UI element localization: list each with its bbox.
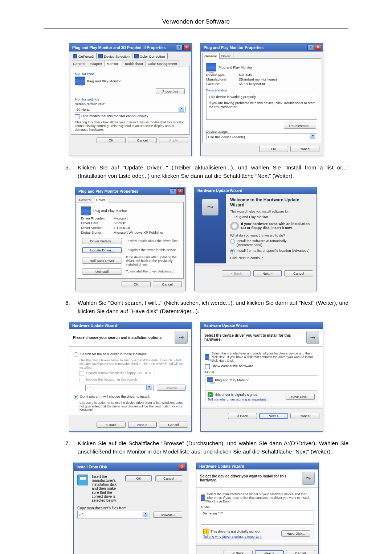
next-button[interactable]: Next > [128,422,157,428]
rollback-driver-button[interactable]: Roll Back Driver [82,258,122,264]
tab-general[interactable]: General [202,53,220,59]
model-list[interactable]: Plug and Play Monitor [205,375,318,388]
wizard-opt-list[interactable]: Install from a list or specific location… [230,249,312,254]
driver-version-label: Driver Version: [81,226,114,230]
next-button[interactable]: Next > [255,550,284,554]
chk-include-location: Include this location in the search: [79,377,187,382]
checkbox-icon [79,371,84,376]
driver-details-button[interactable]: Driver Details... [82,238,122,244]
monitor-icon [207,377,213,382]
tab-color-management[interactable]: Color Management [146,61,180,66]
refresh-rate-select[interactable]: 60 Hertz ▾ [75,106,186,112]
next-button[interactable]: Next > [253,270,282,276]
hide-modes-label: Hide modes that this monitor cannot disp… [81,114,148,118]
troubleshoot-button[interactable]: Troubleshoot... [284,123,316,129]
checkbox-icon [205,364,210,369]
select-device-note: Select the manufacturer and model of you… [211,352,318,362]
back-button[interactable]: < Back [224,550,253,554]
ok-button[interactable]: OK [125,475,152,481]
wizard-device-name: Plug and Play Monitor [234,215,312,219]
title-text: Hardware Update Wizard [72,323,190,328]
cancel-button[interactable]: Cancel [155,475,182,481]
ok-button[interactable]: OK [259,146,288,152]
help-icon[interactable]: ? [307,45,314,50]
select-device-header: Select the device driver you want to ins… [200,474,302,482]
tab-general[interactable]: General [77,197,94,202]
hide-modes-checkbox[interactable]: Hide modes that this monitor cannot disp… [75,114,186,119]
show-compatible-checkbox[interactable]: Show compatible hardware [205,364,318,369]
ok-button[interactable]: OK [97,137,126,143]
radio-icon [230,249,235,254]
tab-adapter[interactable]: Adapter [88,61,105,66]
opt-dont-search[interactable]: Don't search. I will choose the driver t… [74,394,187,399]
list-item[interactable]: Plug and Play Monitor [215,378,249,382]
tab-device-selection[interactable]: Device Selection [96,53,132,59]
have-disk-button[interactable]: Have Disk... [286,394,315,400]
ok-button[interactable]: OK [122,281,151,287]
browse-button[interactable]: Browse... [153,512,182,518]
step-text: Klicken Sie auf "Update Driver..." (Trei… [78,163,348,180]
close-icon[interactable]: X [179,464,185,470]
step-text: Wählen Sie "Don't search, I will..." (Ni… [78,299,348,316]
wizard-opt-auto[interactable]: Install the software automatically (Reco… [230,239,312,247]
back-button[interactable]: < Back [222,270,251,276]
tab-color-correction[interactable]: Color Correction [132,53,168,59]
properties-button[interactable]: Properties [156,88,185,94]
help-icon[interactable]: ? [170,188,176,194]
opt-search-locations[interactable]: Search for the best driver in these loca… [74,352,187,357]
update-driver-button[interactable]: Update Driver... [82,247,122,253]
figure-pair-3: Hardware Update Wizard Please choose you… [44,322,348,432]
back-button[interactable]: < Back [97,422,126,428]
not-signed-text: This driver is not digitally signed! [211,529,260,533]
tab-row-2: General Adapter Monitor Troubleshoot Col… [69,59,191,66]
wizard-cd-note: If your hardware came with an installati… [241,222,312,230]
uninstall-button[interactable]: Uninstall [82,268,122,275]
cancel-button[interactable]: Cancel [290,146,319,152]
next-button[interactable]: Next > [259,413,288,419]
tab-geforce3[interactable]: GeForce3 [71,53,97,59]
chevron-down-icon: ▾ [146,385,152,390]
tab-monitor[interactable]: Monitor [105,61,121,66]
tab-troubleshoot[interactable]: Troubleshoot [121,61,146,66]
why-signing-link[interactable]: Tell me why driver signing is important [203,534,262,538]
tab-driver[interactable]: Driver [94,197,108,202]
location-combo: A:\▾ [85,385,154,391]
cancel-button[interactable]: Cancel [286,550,315,554]
step-6: 6. Wählen Sie "Don't search, I will..." … [65,299,348,316]
back-button[interactable]: < Back [228,413,257,419]
tab-driver[interactable]: Driver [219,53,233,59]
radio-icon [230,239,235,244]
apply-button[interactable]: Apply [159,137,188,143]
device-usage-select[interactable]: Use this device (enable) ▾ [206,134,317,140]
monitor-icon [201,495,205,501]
help-icon[interactable]: ? [176,45,183,50]
monitor-settings-label: Monitor settings [75,97,186,101]
model-list[interactable]: Samsung **** [201,510,314,525]
close-icon[interactable]: X [183,45,190,50]
device-type-value: Monitors [239,73,252,77]
cancel-button[interactable]: Cancel [290,413,319,419]
copy-from-combo[interactable]: A:\ ▾ [77,511,150,518]
figure-pair-2: Plug and Play Monitor Properties ? X Gen… [44,187,348,291]
radio-icon [74,352,78,357]
nv-icon [134,54,139,58]
tab-row-1: GeForce3 Device Selection Color Correcti… [69,52,191,59]
step-number: 7. [65,439,78,456]
cancel-button[interactable]: Cancel [153,281,182,287]
cancel-button[interactable]: Cancel [284,270,313,276]
close-icon[interactable]: X [177,188,184,194]
wizard-sidebar: ⤳ [195,194,226,264]
close-icon[interactable]: X [315,45,321,50]
why-signing-link[interactable]: Tell me why driver signing is important [208,397,266,401]
cancel-button[interactable]: Cancel [128,137,157,143]
wizard-what-do: What do you want the wizard to do? [230,233,312,237]
title-text: Hardware Update Wizard [199,464,317,468]
tab-general[interactable]: General [71,61,88,66]
cancel-button[interactable]: Cancel [159,422,188,428]
list-item[interactable]: Samsung **** [203,511,224,515]
wizard-icon: ⤳ [202,199,219,216]
opt-dont-search-note: Choose this option to select the device … [79,401,187,412]
refresh-rate-value: 60 Hertz [77,107,90,111]
have-disk-button[interactable]: Have Disk... [281,530,310,537]
dlg-wizard-welcome: Hardware Update Wizard ⤳ Welcome to the … [194,187,317,291]
